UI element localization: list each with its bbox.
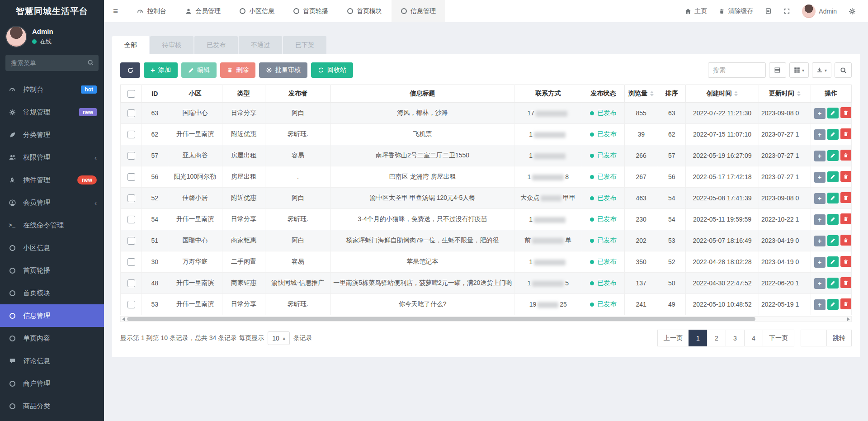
sidebar-item-4[interactable]: 插件管理new [0, 169, 104, 191]
row-add-button[interactable]: + [814, 129, 826, 140]
sidebar-item-0[interactable]: 控制台hot [0, 78, 104, 101]
row-checkbox[interactable] [127, 216, 135, 223]
row-edit-button[interactable] [827, 299, 839, 310]
row-checkbox[interactable] [127, 173, 135, 181]
row-add-button[interactable]: + [814, 236, 826, 246]
topnav-item-5[interactable]: 信息管理 [392, 0, 445, 22]
tab-2[interactable]: 已发布 [194, 36, 238, 54]
row-delete-button[interactable] [840, 192, 852, 203]
column-header-8[interactable]: 浏览量 [624, 85, 658, 103]
delete-button[interactable]: 删除 [220, 62, 255, 78]
user-menu[interactable]: Admin [796, 0, 843, 22]
sidebar-item-11[interactable]: 单页内容 [0, 327, 104, 350]
row-delete-button[interactable] [840, 235, 852, 246]
row-edit-button[interactable] [827, 256, 839, 267]
detail-view-button[interactable] [769, 62, 786, 78]
row-delete-button[interactable] [840, 277, 852, 288]
topnav-item-2[interactable]: 小区信息 [230, 0, 284, 22]
recycle-bin-button[interactable]: 回收站 [311, 62, 353, 78]
row-add-button[interactable]: + [814, 151, 826, 161]
scroll-left-icon[interactable] [122, 317, 125, 321]
page-button-2[interactable]: 2 [707, 330, 726, 346]
row-checkbox[interactable] [127, 258, 135, 266]
jump-button[interactable]: 跳转 [826, 330, 852, 346]
row-delete-button[interactable] [840, 298, 852, 309]
row-edit-button[interactable] [827, 129, 839, 140]
row-edit-button[interactable] [827, 278, 839, 289]
add-button[interactable]: + 添加 [144, 62, 178, 78]
row-checkbox[interactable] [127, 109, 135, 117]
clear-cache-link[interactable]: 清除缓存 [713, 0, 759, 22]
fullscreen-button[interactable] [778, 0, 796, 22]
scrollbar-thumb[interactable] [127, 317, 755, 321]
horizontal-scrollbar[interactable] [120, 316, 852, 322]
sidebar-item-3[interactable]: 权限管理‹ [0, 146, 104, 169]
columns-button[interactable]: ▾ [789, 62, 809, 78]
sidebar-item-13[interactable]: 商户管理 [0, 372, 104, 395]
row-delete-button[interactable] [840, 107, 852, 118]
row-add-button[interactable]: + [814, 278, 826, 289]
sidebar-item-7[interactable]: 小区信息 [0, 237, 104, 259]
row-delete-button[interactable] [840, 256, 852, 267]
sidebar-item-1[interactable]: 常规管理new [0, 101, 104, 123]
tab-4[interactable]: 已下架 [283, 36, 326, 54]
topnav-item-3[interactable]: 首页轮播 [284, 0, 338, 22]
row-delete-button[interactable] [840, 150, 852, 161]
topnav-item-4[interactable]: 首页模块 [338, 0, 392, 22]
search-toggle-button[interactable] [835, 62, 852, 78]
sidebar-item-10[interactable]: 信息管理 [0, 304, 104, 327]
row-checkbox[interactable] [127, 194, 135, 202]
sidebar-item-8[interactable]: 首页轮播 [0, 259, 104, 282]
row-edit-button[interactable] [827, 150, 839, 161]
prev-page-button[interactable]: 上一页 [657, 330, 689, 346]
hamburger-menu-icon[interactable]: ≡ [104, 0, 127, 22]
tab-0[interactable]: 全部 [112, 36, 149, 54]
tab-1[interactable]: 待审核 [150, 36, 193, 54]
page-button-4[interactable]: 4 [744, 330, 763, 346]
edit-button[interactable]: 编辑 [181, 62, 217, 78]
sidebar-item-6[interactable]: >_在线命令管理 [0, 214, 104, 237]
jump-page-input[interactable] [801, 330, 827, 346]
settings-button[interactable] [843, 0, 862, 22]
row-delete-button[interactable] [840, 128, 852, 139]
row-edit-button[interactable] [827, 171, 839, 182]
topnav-item-0[interactable]: 控制台 [127, 0, 176, 22]
next-page-button[interactable]: 下一页 [763, 330, 794, 346]
sidebar-item-12[interactable]: 评论信息 [0, 350, 104, 372]
column-header-10[interactable]: 创建时间 [686, 85, 759, 103]
row-edit-button[interactable] [827, 193, 839, 203]
row-edit-button[interactable] [827, 108, 839, 118]
row-add-button[interactable]: + [814, 193, 826, 204]
table-search-input[interactable] [708, 62, 766, 78]
sidebar-item-5[interactable]: 会员管理‹ [0, 191, 104, 214]
row-add-button[interactable]: + [814, 257, 826, 268]
batch-audit-button[interactable]: 批量审核 [259, 62, 307, 78]
row-delete-button[interactable] [840, 213, 852, 224]
row-add-button[interactable]: + [814, 172, 826, 183]
per-page-select[interactable]: 10 ▴ [268, 331, 290, 345]
row-add-button[interactable]: + [814, 214, 826, 225]
row-checkbox[interactable] [127, 131, 135, 138]
sidebar-search-input[interactable] [5, 55, 99, 71]
tab-3[interactable]: 不通过 [239, 36, 282, 54]
row-delete-button[interactable] [840, 171, 852, 182]
shortcut-button[interactable] [759, 0, 778, 22]
refresh-button[interactable] [120, 62, 140, 78]
row-checkbox[interactable] [127, 279, 135, 287]
row-checkbox[interactable] [127, 152, 135, 160]
select-all-header[interactable] [121, 85, 142, 103]
export-button[interactable]: ▾ [812, 62, 831, 78]
topnav-item-1[interactable]: 会员管理 [176, 0, 230, 22]
sidebar-item-2[interactable]: 分类管理 [0, 123, 104, 146]
select-all-checkbox[interactable] [127, 90, 135, 98]
home-link[interactable]: 主页 [679, 0, 713, 22]
row-add-button[interactable]: + [814, 299, 826, 310]
sidebar-item-9[interactable]: 首页模块 [0, 282, 104, 304]
row-edit-button[interactable] [827, 214, 839, 225]
scroll-right-icon[interactable] [847, 317, 850, 321]
sidebar-item-14[interactable]: 商品分类 [0, 395, 104, 417]
page-button-1[interactable]: 1 [689, 330, 708, 346]
row-edit-button[interactable] [827, 235, 839, 246]
row-checkbox[interactable] [127, 301, 135, 308]
page-button-3[interactable]: 3 [726, 330, 745, 346]
